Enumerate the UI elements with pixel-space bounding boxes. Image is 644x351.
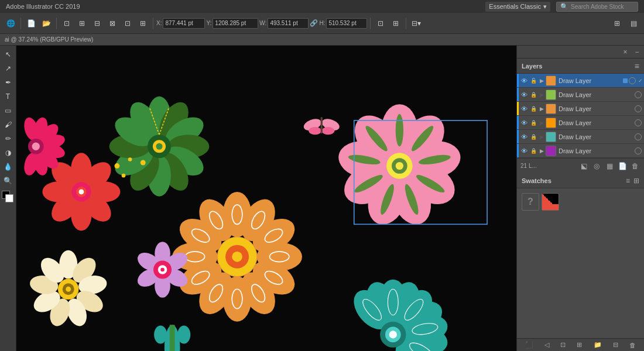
layer-lock-3[interactable]: 🔒 [529,120,537,126]
layer-expand-0[interactable]: ▶ [537,78,546,84]
arrange-windows-btn[interactable]: ⊞ [610,16,624,30]
layer-name-5: Draw Layer [559,147,635,154]
brush-tool[interactable]: 🖌 [2,118,15,131]
arrange-btn[interactable]: ⊞ [389,16,403,30]
layer-swatch-4 [546,132,556,142]
x-input[interactable] [163,18,205,29]
globe-btn[interactable]: 🌐 [4,16,18,30]
status-btn-5[interactable]: 📁 [592,341,604,349]
layer-row-4[interactable]: 👁 🔒 ▶ Draw Layer [517,130,644,144]
status-btn-2[interactable]: ◁ [543,341,551,349]
pen-tool[interactable]: ✒ [2,76,15,89]
layer-eye-1[interactable]: 👁 [519,91,529,98]
svg-point-97 [389,331,397,338]
y-input[interactable] [213,18,258,29]
layer-eye-3[interactable]: 👁 [519,119,529,126]
layer-eye-2[interactable]: 👁 [519,105,529,112]
delete-layer-btn[interactable]: 🗑 [630,161,640,171]
swatches-grid-btn[interactable]: ⊞ [633,177,639,185]
zoom-tool[interactable]: 🔍 [2,174,15,187]
layer-rows-container: 👁 🔓 ▶ Draw Layer ✓ 👁 🔒 ▶ [517,74,644,158]
distribute-btn[interactable]: ⊠ [105,16,119,30]
blend-tool[interactable]: ◑ [2,146,15,159]
layer-expand-1[interactable]: ▶ [537,92,546,98]
status-btn-3[interactable]: ⊡ [559,341,567,349]
layer-eye-0[interactable]: 👁 [519,77,529,84]
separator-1 [20,18,21,29]
link-icon: 🔗 [310,19,318,27]
stock-search-bar[interactable]: 🔍 Search Adobe Stock [556,2,638,12]
layer-swatch-0 [546,75,556,86]
layer-visibility-dot-3[interactable] [635,119,642,126]
shape-tool[interactable]: ▭ [2,104,15,117]
type-tool[interactable]: T [2,90,15,103]
main-toolbar: 🌐 📄 📂 ⊡ ⊞ ⊟ ⊠ ⊡ ⊞ X: Y: W: 🔗 H: ⊡ ⊞ ⊟▾ ⊞… [0,13,644,34]
layer-expand-4[interactable]: ▶ [537,134,546,140]
layer-expand-2[interactable]: ▶ [537,106,546,112]
locate-btn[interactable]: ◎ [591,161,602,171]
layer-row-2[interactable]: 👁 🔒 ▶ Draw Layer [517,102,644,116]
select-tool[interactable]: ↖ [2,48,15,61]
layers-panel: Layers ≡ 👁 🔓 ▶ Draw Layer ✓ [517,58,644,173]
pencil-tool[interactable]: ✏ [2,132,15,145]
status-btn-1[interactable]: ⬛ [523,341,535,349]
close-panel-btn[interactable]: × [621,47,630,57]
layer-colorbar-3 [517,116,519,129]
layer-visibility-dot-0[interactable] [629,77,636,84]
layers-menu-icon[interactable]: ≡ [635,61,639,71]
layer-lock-1[interactable]: 🔒 [529,92,537,98]
layer-lock-5[interactable]: 🔒 [529,148,537,154]
layer-row-3[interactable]: 👁 🔒 ▶ Draw Layer [517,116,644,130]
collapse-panel-btn[interactable]: − [632,47,642,57]
svg-point-130 [177,325,190,343]
panels-btn[interactable]: ▤ [626,16,640,30]
new-btn[interactable]: 📄 [24,16,38,30]
workspace-selector[interactable]: Essentials Classic ▾ [485,2,550,12]
more-align-btn[interactable]: ⊡ [121,16,135,30]
swatch-pattern-1[interactable] [542,193,559,211]
layer-row-0[interactable]: 👁 🔓 ▶ Draw Layer ✓ [517,74,644,88]
status-btn-6[interactable]: ⊟ [611,341,620,349]
fill-stroke[interactable] [2,191,15,204]
document-tab[interactable]: ai @ 37.24% (RGB/GPU Preview) [0,34,644,46]
layer-expand-5[interactable]: ▶ [537,148,546,154]
layer-visibility-dot-4[interactable] [635,133,642,140]
layer-visibility-dot-2[interactable] [635,105,642,112]
layer-lock-4[interactable]: 🔒 [529,134,537,140]
svg-point-131 [154,325,167,343]
direct-select-tool[interactable]: ↗ [2,62,15,75]
layer-lock-2[interactable]: 🔒 [529,106,537,112]
align-center-btn[interactable]: ⊞ [75,16,89,30]
y-label: Y: [206,20,211,26]
layer-eye-5[interactable]: 👁 [519,147,529,154]
layer-row-5[interactable]: 👁 🔒 ▶ Draw Layer [517,144,644,158]
new-layer-btn[interactable]: 📄 [617,161,628,171]
h-input[interactable] [326,18,367,29]
swatches-list-btn[interactable]: ≡ [626,177,630,185]
layer-expand-3[interactable]: ▶ [537,120,546,126]
more-btn[interactable]: ⊟▾ [409,16,423,30]
layer-lock-0[interactable]: 🔓 [529,78,537,84]
align-right-btn[interactable]: ⊟ [90,16,104,30]
layer-visibility-dot-5[interactable] [635,147,642,154]
eyedropper-tool[interactable]: 💧 [2,160,15,173]
layer-row-1[interactable]: 👁 🔒 ▶ Draw Layer [517,88,644,102]
separator-4 [370,18,371,29]
swatches-panel-header: Swatches ≡ ⊞ [517,173,644,188]
layer-eye-4[interactable]: 👁 [519,133,529,140]
status-btn-7[interactable]: 🗑 [628,342,638,349]
svg-point-135 [141,160,146,166]
open-btn[interactable]: 📂 [39,16,53,30]
w-input[interactable] [268,18,309,29]
canvas-background [16,46,516,351]
collect-btn[interactable]: ▦ [604,161,615,171]
layer-visibility-dot-1[interactable] [635,91,642,98]
grid-btn[interactable]: ⊞ [136,16,150,30]
make-sublayer-btn[interactable]: ⬕ [578,161,589,171]
status-btn-4[interactable]: ⊞ [575,341,584,349]
align-left-btn[interactable]: ⊡ [60,16,74,30]
transform-btn[interactable]: ⊡ [374,16,388,30]
svg-point-118 [66,287,71,292]
swatch-none[interactable]: ? [522,193,539,211]
svg-point-134 [128,157,132,161]
